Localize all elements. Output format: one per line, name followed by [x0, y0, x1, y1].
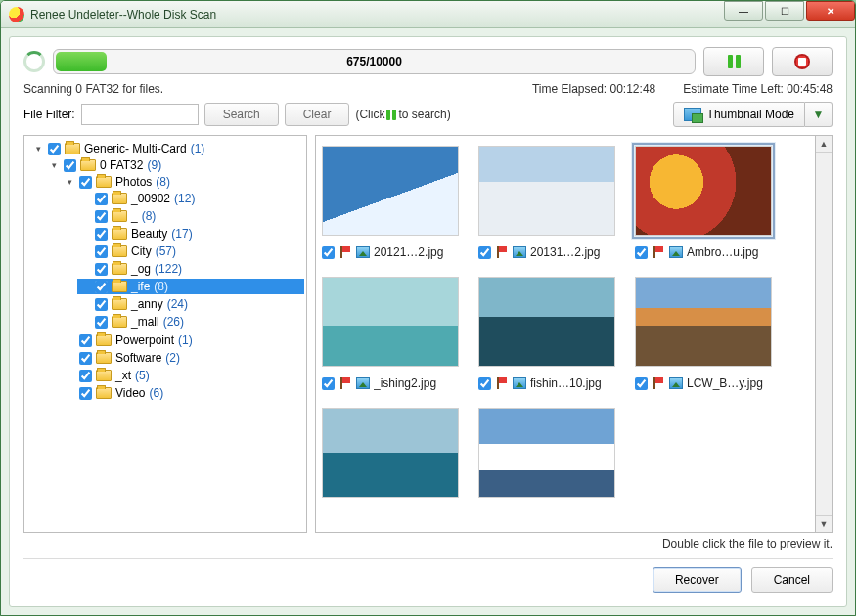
thumbnail-checkbox[interactable] — [322, 377, 335, 390]
tree-node[interactable]: Beauty (17) — [77, 226, 304, 242]
scroll-down-button[interactable]: ▼ — [816, 515, 832, 532]
tree-checkbox[interactable] — [64, 159, 76, 172]
flag-icon — [495, 245, 509, 259]
thumbnail-item[interactable]: _ishing2.jpg — [322, 277, 459, 390]
tree-node[interactable]: _xt (5) — [62, 368, 304, 383]
twisty-open-icon[interactable]: ▾ — [33, 144, 44, 154]
picture-icon — [669, 377, 683, 389]
thumbnail-checkbox[interactable] — [322, 246, 335, 259]
view-mode-button[interactable]: Thumbnail Mode — [673, 102, 805, 127]
filter-hint: (Click to search) — [355, 108, 450, 121]
thumbnail-image[interactable] — [478, 277, 615, 367]
thumbnail-item[interactable] — [478, 408, 615, 498]
thumbnail-filename: _ishing2.jpg — [374, 376, 436, 390]
thumbnail-item[interactable]: Ambro…u.jpg — [635, 146, 772, 259]
tree-node[interactable]: _anny (24) — [77, 296, 304, 312]
flag-icon — [495, 376, 509, 390]
tree-checkbox[interactable] — [79, 176, 92, 189]
tree-checkbox[interactable] — [48, 143, 61, 155]
tree-node[interactable]: _ife (8) — [77, 279, 304, 294]
thumbnail-checkbox[interactable] — [635, 377, 648, 390]
elapsed-label: Time Elapsed: — [532, 82, 607, 96]
body-frame: 675/10000 Scanning 0 FAT32 for files. Ti… — [1, 28, 855, 615]
tree-node[interactable]: _00902 (12) — [77, 191, 304, 206]
twisty-none — [65, 353, 75, 364]
tree-node[interactable]: ▾Photos (8) — [62, 174, 304, 190]
tree-checkbox[interactable] — [79, 387, 92, 400]
tree-checkbox[interactable] — [95, 210, 108, 223]
close-button[interactable]: ✕ — [806, 1, 855, 21]
tree-checkbox[interactable] — [95, 228, 108, 241]
tree-node[interactable]: Video (6) — [62, 385, 304, 401]
thumbnail-pane[interactable]: 20121…2.jpg20131…2.jpgAmbro…u.jpg_ishing… — [315, 135, 816, 533]
recover-button[interactable]: Recover — [653, 567, 742, 593]
thumbnail-image[interactable] — [635, 146, 772, 236]
thumbnail-image[interactable] — [478, 408, 615, 498]
tree-label: Software — [115, 351, 161, 365]
tree-label: _anny — [131, 297, 163, 311]
tree-label: _mall — [131, 315, 159, 329]
window-controls: — ☐ ✕ — [722, 1, 855, 27]
tree-checkbox[interactable] — [79, 334, 92, 347]
folder-icon — [112, 210, 127, 222]
folder-tree[interactable]: ▾Generic- Multi-Card (1)▾0 FAT32 (9)▾Pho… — [23, 135, 307, 533]
tree-checkbox[interactable] — [79, 352, 92, 365]
tree-node[interactable]: _ (8) — [77, 208, 304, 224]
filter-input[interactable] — [81, 104, 199, 125]
thumbnail-image[interactable] — [322, 146, 459, 236]
thumbnail-checkbox[interactable] — [635, 246, 648, 259]
tree-node[interactable]: Powerpoint (1) — [62, 332, 304, 348]
thumbnail-icon — [684, 108, 701, 121]
cancel-button[interactable]: Cancel — [751, 567, 833, 593]
folder-icon — [112, 281, 127, 292]
folder-icon — [112, 228, 127, 240]
thumbnail-meta: _ishing2.jpg — [322, 376, 459, 390]
view-mode-dropdown[interactable]: ▼ — [805, 102, 833, 127]
clear-button[interactable]: Clear — [285, 103, 350, 126]
thumbnail-item[interactable]: 20131…2.jpg — [478, 146, 615, 259]
pause-button[interactable] — [703, 47, 764, 76]
tree-checkbox[interactable] — [95, 263, 108, 276]
search-button[interactable]: Search — [204, 103, 279, 126]
flag-icon — [652, 376, 665, 390]
minimize-button[interactable]: — — [724, 1, 763, 21]
thumbnail-image[interactable] — [478, 146, 615, 236]
thumbnail-checkbox[interactable] — [478, 246, 491, 259]
stop-button[interactable] — [772, 47, 833, 76]
maximize-button[interactable]: ☐ — [765, 1, 804, 21]
twisty-none — [65, 371, 75, 381]
tree-checkbox[interactable] — [95, 316, 108, 329]
thumbnail-item[interactable]: LCW_B…y.jpg — [635, 277, 772, 390]
progress-bar: 675/10000 — [53, 49, 696, 74]
twisty-open-icon[interactable]: ▾ — [49, 160, 60, 171]
tree-count: (2) — [165, 351, 180, 365]
tree-checkbox[interactable] — [95, 193, 108, 205]
tree-node[interactable]: City (57) — [77, 243, 304, 259]
thumbnail-item[interactable]: 20121…2.jpg — [322, 146, 459, 259]
folder-icon — [112, 316, 127, 328]
tree-count: (1) — [178, 333, 193, 347]
folder-icon — [112, 245, 127, 257]
thumbnail-checkbox[interactable] — [478, 377, 491, 390]
thumbnail-image[interactable] — [322, 408, 459, 498]
thumbnail-image[interactable] — [322, 277, 459, 367]
folder-icon — [96, 176, 112, 188]
thumbnail-item[interactable]: fishin…10.jpg — [478, 277, 615, 390]
thumbnail-item[interactable] — [322, 408, 459, 498]
tree-node[interactable]: _mall (26) — [77, 314, 304, 330]
scroll-up-button[interactable]: ▲ — [816, 136, 832, 153]
twisty-open-icon[interactable]: ▾ — [65, 177, 75, 188]
tree-node[interactable]: Software (2) — [62, 350, 304, 366]
tree-checkbox[interactable] — [95, 281, 108, 293]
tree-node[interactable]: _og (122) — [77, 261, 304, 277]
tree-checkbox[interactable] — [79, 370, 92, 382]
tree-checkbox[interactable] — [95, 298, 108, 311]
tree-node[interactable]: ▾0 FAT32 (9) — [46, 157, 304, 173]
tree-node[interactable]: ▾Generic- Multi-Card (1) — [30, 141, 304, 156]
thumbnail-image[interactable] — [635, 277, 772, 367]
twisty-none — [80, 282, 91, 292]
pause-icon-inline — [386, 110, 396, 120]
tree-checkbox[interactable] — [95, 245, 108, 258]
tree-label: Powerpoint — [115, 333, 174, 347]
scrollbar[interactable]: ▲ ▼ — [816, 135, 833, 533]
